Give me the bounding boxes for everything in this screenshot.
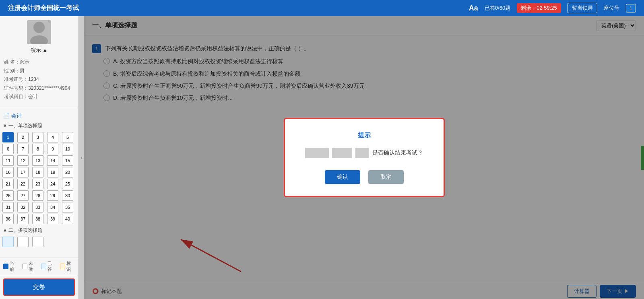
q2-btn-1[interactable] <box>2 237 14 247</box>
question-btn-4[interactable]: 4 <box>47 132 58 142</box>
chevron-down-icon2: ∨ <box>3 227 7 233</box>
header: 注册会计师全国统一考试 Aa 已答0/60题 剩余：02:59:25 暂离锁屏 … <box>0 0 644 16</box>
question-btn-39[interactable]: 39 <box>47 214 58 224</box>
timer-display: 剩余：02:59:25 <box>517 3 561 13</box>
question-btn-38[interactable]: 38 <box>32 214 43 224</box>
question-btn-9[interactable]: 9 <box>47 144 58 154</box>
q2-btn-3[interactable] <box>32 237 43 247</box>
question-btn-17[interactable]: 17 <box>17 167 29 177</box>
legend-answered: 已答 <box>41 260 56 272</box>
question-btn-22[interactable]: 22 <box>17 179 29 189</box>
question-btn-13[interactable]: 13 <box>32 155 43 166</box>
header-controls: Aa 已答0/60题 剩余：02:59:25 暂离锁屏 座位号 1 <box>469 3 636 13</box>
legend-flagged-box <box>60 264 65 269</box>
question-btn-40[interactable]: 40 <box>62 214 73 224</box>
question-btn-33[interactable]: 33 <box>32 202 43 212</box>
legend-unanswered-box <box>22 264 27 269</box>
svg-point-1 <box>30 35 48 44</box>
legend-flagged: 标识 <box>60 260 75 272</box>
submit-area: 交卷 <box>0 275 78 299</box>
question-btn-14[interactable]: 14 <box>47 155 58 166</box>
file-icon: 📄 <box>3 113 10 119</box>
question-btn-26[interactable]: 26 <box>2 190 14 201</box>
question-btn-10[interactable]: 10 <box>62 144 73 154</box>
blurred-text-1: ■■■■■■ <box>305 148 329 158</box>
question-btn-24[interactable]: 24 <box>47 179 58 189</box>
student-name-display: 演示 ▲ <box>4 47 74 54</box>
question-btn-35[interactable]: 35 <box>62 202 73 212</box>
question-btn-12[interactable]: 12 <box>17 155 29 166</box>
app-title: 注册会计师全国统一考试 <box>8 4 79 12</box>
dialog-confirm-button[interactable]: 确认 <box>325 170 360 184</box>
question-navigation: 📄 会计 ∨ 一、单项选择题 1 2 3 4 5 6 7 8 9 10 11 1… <box>0 108 78 258</box>
legend-answered-box <box>41 264 46 269</box>
seat-number: 1 <box>626 4 636 12</box>
legend-panel: 当前 未做 已答 标识 <box>0 258 78 275</box>
question-btn-7[interactable]: 7 <box>17 144 29 154</box>
font-size-icon[interactable]: Aa <box>469 4 478 12</box>
svg-point-0 <box>33 22 45 33</box>
confirm-dialog: 提示 ■■■■■■ ■■■■■ ■■■ 是否确认结束考试？ 确认 取消 <box>284 118 445 197</box>
legend-current-box <box>3 264 8 269</box>
chevron-down-icon: ∨ <box>3 123 7 128</box>
question-btn-8[interactable]: 8 <box>32 144 43 154</box>
answered-count: 已答0/60题 <box>485 4 510 12</box>
question-btn-19[interactable]: 19 <box>47 167 58 177</box>
question-btn-20[interactable]: 20 <box>62 167 73 177</box>
student-info-panel: 演示 ▲ 姓 名：演示 性 别：男 准考证号：1234 证件号码：320321*… <box>0 16 78 108</box>
question-btn-29[interactable]: 29 <box>47 190 58 201</box>
question-btn-18[interactable]: 18 <box>32 167 43 177</box>
question-btn-30[interactable]: 30 <box>62 190 73 201</box>
question-btn-5[interactable]: 5 <box>62 132 73 142</box>
question-btn-34[interactable]: 34 <box>47 202 58 212</box>
question-btn-25[interactable]: 25 <box>62 179 73 189</box>
submit-button[interactable]: 交卷 <box>3 278 75 296</box>
legend-unanswered: 未做 <box>22 260 37 272</box>
dialog-content: ■■■■■■ ■■■■■ ■■■ 是否确认结束考试？ <box>301 148 427 158</box>
question-btn-28[interactable]: 28 <box>32 190 43 201</box>
question-btn-27[interactable]: 27 <box>17 190 29 201</box>
blurred-text-3: ■■■ <box>355 148 369 158</box>
dialog-actions: 确认 取消 <box>301 170 427 184</box>
modal-overlay: 提示 ■■■■■■ ■■■■■ ■■■ 是否确认结束考试？ 确认 取消 <box>84 16 644 299</box>
question-btn-23[interactable]: 23 <box>32 179 43 189</box>
question-btn-36[interactable]: 36 <box>2 214 14 224</box>
sidebar: 演示 ▲ 姓 名：演示 性 别：男 准考证号：1234 证件号码：320321*… <box>0 16 78 299</box>
section2-nav: ∨ 二、多项选择题 <box>2 226 76 235</box>
question-btn-16[interactable]: 16 <box>2 167 14 177</box>
question-grid-section2 <box>2 237 76 247</box>
question-btn-37[interactable]: 37 <box>17 214 29 224</box>
section1-nav: ∨ 一、单项选择题 <box>2 121 76 130</box>
main-layout: 演示 ▲ 姓 名：演示 性 别：男 准考证号：1234 证件号码：320321*… <box>0 16 644 299</box>
collapse-icon: ‹ <box>80 155 82 161</box>
lock-screen-button[interactable]: 暂离锁屏 <box>568 3 597 13</box>
question-grid-section1: 1 2 3 4 5 6 7 8 9 10 11 12 13 14 15 16 1… <box>2 132 76 224</box>
question-btn-21[interactable]: 21 <box>2 179 14 189</box>
dialog-confirm-text: 是否确认结束考试？ <box>372 149 423 156</box>
seat-label: 座位号 <box>604 4 619 12</box>
q2-btn-2[interactable] <box>17 237 29 247</box>
avatar <box>27 20 51 44</box>
dialog-cancel-button[interactable]: 取消 <box>368 170 404 184</box>
question-btn-3[interactable]: 3 <box>32 132 43 142</box>
blurred-text-2: ■■■■■ <box>332 148 352 158</box>
question-btn-31[interactable]: 31 <box>2 202 14 212</box>
sidebar-collapse-tab[interactable]: ‹ <box>78 16 84 299</box>
question-btn-1[interactable]: 1 <box>2 132 14 142</box>
legend-current: 当前 <box>3 260 18 272</box>
question-btn-11[interactable]: 11 <box>2 155 14 166</box>
question-btn-15[interactable]: 15 <box>62 155 73 166</box>
question-btn-2[interactable]: 2 <box>17 132 29 142</box>
student-details: 姓 名：演示 性 别：男 准考证号：1234 证件号码：320321******… <box>4 56 74 104</box>
content-area: 一、单项选择题 英语(美国) 1 下列有关长期股权投资权益法增资后仍采用权益法核… <box>84 16 644 299</box>
subject-nav-item: 📄 会计 <box>2 111 76 121</box>
dialog-title: 提示 <box>301 131 427 140</box>
question-btn-6[interactable]: 6 <box>2 144 14 154</box>
question-btn-32[interactable]: 32 <box>17 202 29 212</box>
